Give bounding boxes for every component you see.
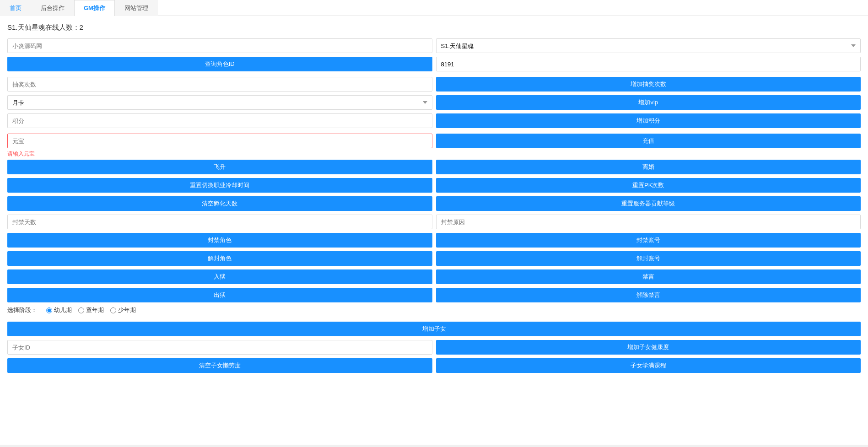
yuanbao-row: 充值	[7, 134, 861, 148]
jail-mute-row: 入狱 禁言	[7, 269, 861, 284]
server-row: S1.天仙星魂	[7, 38, 861, 53]
query-role-row: 查询角色ID	[7, 57, 861, 71]
online-info: S1.天仙星魂在线人数：2	[7, 23, 861, 32]
query-role-id-button[interactable]: 查询角色ID	[7, 57, 432, 71]
stage-youth-label: 少年期	[118, 306, 136, 314]
stage-child-radio[interactable]	[78, 307, 84, 313]
server-select[interactable]: S1.天仙星魂	[436, 38, 861, 53]
jail-button[interactable]: 入狱	[7, 269, 432, 284]
add-lottery-button[interactable]: 增加抽奖次数	[436, 77, 861, 92]
vip-row: 月卡季卡年卡 增加vip	[7, 95, 861, 110]
unban-role-button[interactable]: 解封角色	[7, 251, 432, 266]
ban-reason-input[interactable]	[436, 215, 861, 229]
stage-infant[interactable]: 幼儿期	[46, 306, 72, 314]
score-row: 增加积分	[7, 113, 861, 128]
score-input[interactable]	[7, 113, 432, 128]
tab-backend[interactable]: 后台操作	[31, 0, 74, 16]
stage-label: 选择阶段：	[7, 306, 37, 314]
unban-account-button[interactable]: 解封账号	[436, 251, 861, 266]
stage-infant-label: 幼儿期	[54, 306, 72, 314]
clear-child-lazy-button[interactable]: 清空子女懒劳度	[7, 358, 432, 373]
yuanbao-error: 请输入元宝	[7, 150, 861, 158]
ban-days-input[interactable]	[7, 215, 432, 229]
mute-button[interactable]: 禁言	[436, 269, 861, 284]
tab-gm[interactable]: GM操作	[74, 0, 115, 16]
reset-job-cd-button[interactable]: 重置切换职业冷却时间	[7, 178, 432, 193]
reset-row: 重置切换职业冷却时间 重置PK次数	[7, 178, 861, 193]
vip-select[interactable]: 月卡季卡年卡	[7, 95, 432, 110]
stage-child[interactable]: 童年期	[78, 306, 104, 314]
child-id-input[interactable]	[7, 340, 432, 355]
reset-pk-button[interactable]: 重置PK次数	[436, 178, 861, 193]
stage-child-label: 童年期	[86, 306, 104, 314]
tab-bar: 首页 后台操作 GM操作 网站管理	[0, 0, 868, 16]
ban-account-button[interactable]: 封禁账号	[436, 233, 861, 248]
add-yuanbao-button[interactable]: 充值	[436, 134, 861, 148]
add-child-row: 增加子女	[7, 322, 861, 336]
fly-button[interactable]: 飞升	[7, 160, 432, 174]
main-content: S1.天仙星魂在线人数：2 S1.天仙星魂 查询角色ID 增加抽奖次数 月卡季卡…	[0, 16, 868, 445]
unmute-button[interactable]: 解除禁言	[436, 288, 861, 302]
stage-youth-radio[interactable]	[110, 307, 116, 313]
add-vip-button[interactable]: 增加vip	[436, 95, 861, 110]
unjail-unmute-row: 出狱 解除禁言	[7, 288, 861, 302]
child-study-button[interactable]: 子女学满课程	[436, 358, 861, 373]
lottery-input[interactable]	[7, 77, 432, 92]
child-bottom-row: 清空子女懒劳度 子女学满课程	[7, 358, 861, 373]
add-child-health-button[interactable]: 增加子女健康度	[436, 340, 861, 355]
ban-input-row	[7, 215, 861, 229]
add-child-button[interactable]: 增加子女	[7, 322, 861, 336]
yuanbao-input[interactable]	[7, 134, 432, 148]
add-score-button[interactable]: 增加积分	[436, 113, 861, 128]
unjail-button[interactable]: 出狱	[7, 288, 432, 302]
server-input[interactable]	[7, 38, 432, 53]
ban-role-button[interactable]: 封禁角色	[7, 233, 432, 248]
clear-hatch-button[interactable]: 清空孵化天数	[7, 196, 432, 211]
divorce-button[interactable]: 离婚	[436, 160, 861, 174]
stage-group: 选择阶段： 幼儿期 童年期 少年期	[7, 306, 861, 314]
reset-server-contrib-button[interactable]: 重置服务器贡献等级	[436, 196, 861, 211]
hatch-contrib-row: 清空孵化天数 重置服务器贡献等级	[7, 196, 861, 211]
stage-youth[interactable]: 少年期	[110, 306, 136, 314]
role-id-input[interactable]	[436, 57, 861, 71]
fly-divorce-row: 飞升 离婚	[7, 160, 861, 174]
child-id-row: 增加子女健康度	[7, 340, 861, 355]
ban-role-row: 封禁角色 封禁账号	[7, 233, 861, 248]
unban-row: 解封角色 解封账号	[7, 251, 861, 266]
lottery-row: 增加抽奖次数	[7, 77, 861, 92]
tab-website[interactable]: 网站管理	[115, 0, 158, 16]
stage-infant-radio[interactable]	[46, 307, 52, 313]
tab-home[interactable]: 首页	[0, 0, 31, 16]
